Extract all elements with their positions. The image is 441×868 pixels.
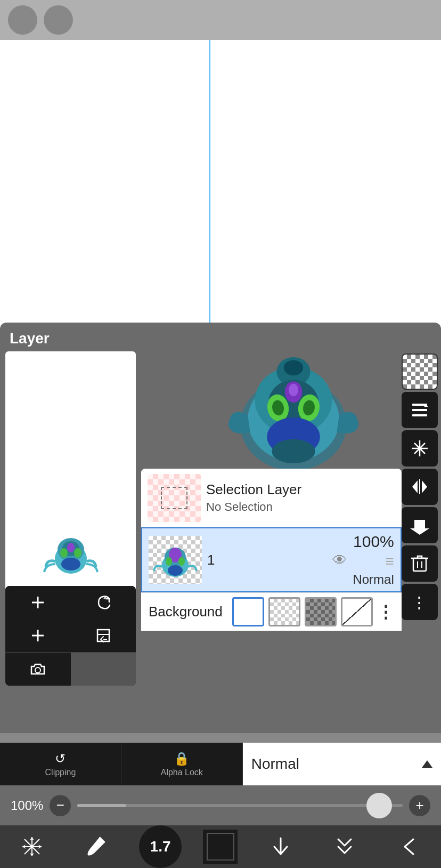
selection-layer-info: Selection Layer No Selection [206,481,395,514]
layer-list-area: Selection Layer No Selection [141,351,441,631]
svg-rect-29 [412,414,427,416]
layer-1-name: 1 [207,552,332,568]
toolbar-circle-2[interactable] [44,5,73,35]
zoom-percentage: 100% [11,798,43,813]
svg-point-14 [289,384,298,397]
canvas-guideline [209,40,210,331]
brush-size-circle[interactable]: 1.7 [139,825,182,868]
background-row: Background ⋮ [141,592,402,631]
svg-point-26 [168,565,183,576]
layer-panel-title: Layer [0,323,441,351]
background-more-icon[interactable]: ⋮ [377,602,394,622]
svg-rect-31 [413,558,426,571]
top-toolbar [0,0,441,40]
preview-creature-thumbnail [42,529,100,577]
layer-move-tool-button[interactable] [402,392,438,428]
transparency-tool-button[interactable] [402,353,438,390]
zoom-slider-thumb[interactable] [366,793,392,818]
svg-point-3 [67,543,75,552]
background-swatch-dark-checker[interactable] [305,597,337,626]
more-options-button[interactable]: ⋮ [402,584,438,620]
alpha-lock-icon: 🔒 [174,751,190,766]
alpha-lock-label: Alpha Lock [161,768,203,777]
svg-point-5 [74,548,81,558]
selection-dashed-rect [161,487,187,509]
svg-rect-27 [412,404,427,406]
zoom-plus-button[interactable]: + [409,795,430,816]
svg-point-6 [61,558,80,570]
zoom-bar: 100% − + [0,785,441,825]
svg-point-11 [284,360,303,375]
svg-point-24 [166,557,172,566]
add-layer-button[interactable] [5,586,71,619]
svg-rect-28 [412,409,427,411]
canvas-white [0,40,441,331]
layer-1-info: 1 [207,552,332,568]
selection-layer-name: Selection Layer [206,481,395,498]
blend-mode-label: Normal [251,756,299,773]
zoom-slider[interactable] [77,804,403,807]
layer-panel-body: P.E. [0,351,441,631]
blend-mode-chevron [422,760,432,768]
svg-point-42 [35,668,40,673]
background-swatch-white[interactable] [232,597,264,626]
arrow-down-tool-button[interactable] [402,507,438,543]
arrow-down-nav-button[interactable] [259,831,302,863]
bottom-nav: 1.7 [0,825,441,868]
color-square[interactable] [203,830,238,864]
layer-1-mode: Normal [353,572,394,587]
svg-point-25 [178,557,185,566]
selection-layer-sublabel: No Selection [206,500,395,514]
layer-action-spacer [71,652,136,686]
bottom-toolbar: ↺ Clipping 🔒 Alpha Lock Normal [0,743,441,785]
cross-arrow-nav-button[interactable] [11,831,53,863]
add-group-button[interactable] [5,619,71,652]
zoom-slider-fill [77,804,126,807]
canvas-area[interactable] [0,40,441,331]
selection-layer-thumbnail [148,474,201,522]
layer-actions-panel [5,586,136,686]
alpha-lock-button[interactable]: 🔒 Alpha Lock [121,743,243,785]
toolbar-circle-1[interactable] [8,5,37,35]
camera-button[interactable] [5,652,71,686]
layer-rows-container: Selection Layer No Selection [141,469,402,592]
layer-menu-icon[interactable]: ≡ [385,553,394,570]
creature-big-preview [141,351,441,469]
svg-point-20 [272,439,315,463]
clipping-icon: ↺ [55,751,66,766]
blend-mode-selector[interactable]: Normal [243,743,441,785]
back-arrow-nav-button[interactable] [388,831,430,863]
clipping-label: Clipping [45,768,76,777]
layer-1-thumbnail [149,536,202,584]
flatten-layer-button[interactable] [71,619,136,652]
background-label: Background [149,604,223,620]
brush-size-value: 1.7 [150,838,171,855]
redo-layer-button[interactable] [71,586,136,619]
double-arrow-down-nav-button[interactable] [323,831,366,863]
layer-visibility-icon[interactable]: 👁 [332,551,347,569]
delete-tool-button[interactable] [402,545,438,582]
zoom-minus-button[interactable]: − [50,795,71,816]
layer-1-opacity: 100% [353,533,394,551]
background-swatch-light-checker[interactable] [268,597,300,626]
selection-layer-row[interactable]: Selection Layer No Selection [141,469,402,527]
flip-tool-button[interactable] [402,469,438,505]
layer-panel: Layer [0,323,441,733]
layer-1-row[interactable]: 1 👁 100% ≡ Normal [141,527,402,592]
background-swatch-transparent[interactable] [341,597,373,626]
transform-tool-button[interactable] [402,430,438,467]
right-tools: ⋮ [398,351,441,714]
brush-nav-button[interactable] [75,831,118,863]
clipping-button[interactable]: ↺ Clipping [0,743,121,785]
svg-point-4 [60,548,68,558]
